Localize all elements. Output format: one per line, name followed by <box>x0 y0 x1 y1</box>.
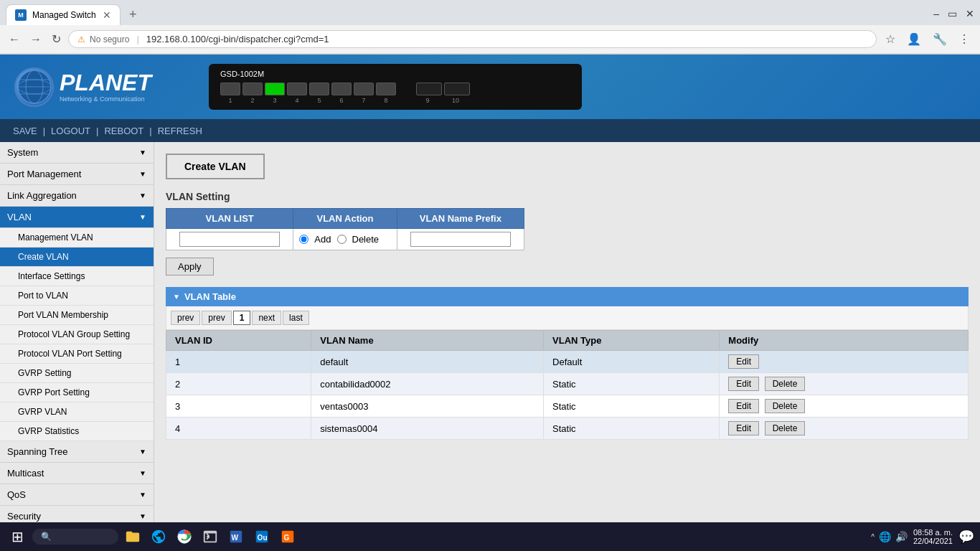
svg-text:G: G <box>284 534 290 542</box>
page-next-button[interactable]: next <box>252 311 281 325</box>
create-vlan-button[interactable]: Create VLAN <box>166 154 265 179</box>
edit-button-4[interactable]: Edit <box>728 421 759 435</box>
vlan-modify-1: Edit <box>720 351 969 373</box>
sidebar-item-link-aggregation[interactable]: Link Aggregation ▼ <box>0 185 154 207</box>
security-arrow-icon: ▼ <box>139 512 146 520</box>
vlan-setting-table: VLAN LIST VLAN Action VLAN Name Prefix <box>166 208 524 250</box>
volume-icon: 🔊 <box>895 531 908 542</box>
sidebar-sub-protocol-vlan-port[interactable]: Protocol VLAN Port Setting <box>0 344 154 364</box>
browser-tab[interactable]: M Managed Switch ✕ <box>6 4 121 25</box>
minimize-button[interactable]: – <box>933 8 939 19</box>
svg-text:W: W <box>232 534 239 542</box>
sidebar-item-qos[interactable]: QoS ▼ <box>0 484 154 506</box>
forward-button[interactable]: → <box>27 30 44 49</box>
refresh-link[interactable]: REFRESH <box>152 126 208 136</box>
vlan-setting-title: VLAN Setting <box>166 191 969 202</box>
taskbar-time: 08:58 a. m. <box>913 528 953 537</box>
vlan-list-input[interactable] <box>179 232 280 247</box>
vlan-type-1: Default <box>544 351 720 373</box>
back-button[interactable]: ← <box>6 30 23 49</box>
sidebar-sub-create-vlan[interactable]: Create VLAN <box>0 248 154 267</box>
table-row: 1 default Default Edit <box>166 351 969 373</box>
new-tab-button[interactable]: + <box>123 4 143 25</box>
main-content: Create VLAN VLAN Setting VLAN LIST VLAN … <box>154 142 980 551</box>
sidebar-label-port-management: Port Management <box>7 169 81 179</box>
sidebar-label-system: System <box>7 147 38 158</box>
refresh-button[interactable]: ↻ <box>49 29 64 49</box>
tray-chevron[interactable]: ^ <box>871 533 875 541</box>
profile-button[interactable]: 👤 <box>903 29 925 49</box>
close-button[interactable]: ✕ <box>966 8 974 19</box>
radio-delete[interactable] <box>337 235 347 244</box>
taskbar-chrome[interactable] <box>173 525 196 548</box>
page-last-button[interactable]: last <box>283 311 309 325</box>
sidebar-item-multicast[interactable]: Multicast ▼ <box>0 463 154 484</box>
sidebar-item-vlan[interactable]: VLAN ▼ <box>0 207 154 228</box>
sidebar-sub-management-vlan[interactable]: Management VLAN <box>0 228 154 248</box>
sidebar-sub-protocol-vlan-group[interactable]: Protocol VLAN Group Setting <box>0 325 154 344</box>
tab-close-button[interactable]: ✕ <box>103 9 111 21</box>
planet-tagline: Networking & Communication <box>60 95 151 103</box>
main-layout: System ▼ Port Management ▼ Link Aggregat… <box>0 142 980 551</box>
page-prev-button[interactable]: prev <box>202 311 231 325</box>
taskbar-right: ^ 🌐 🔊 08:58 a. m. 22/04/2021 💬 <box>871 528 974 545</box>
app-header: PLANET Networking & Communication GSD-10… <box>0 55 980 119</box>
col-vlan-id: VLAN ID <box>166 331 311 351</box>
save-link[interactable]: SAVE <box>7 126 43 136</box>
address-bar[interactable]: ⚠ No seguro | 192.168.0.100/cgi-bin/disp… <box>68 30 877 48</box>
sidebar-label-qos: QoS <box>7 489 26 500</box>
system-arrow-icon: ▼ <box>139 149 146 156</box>
planet-brand-name: PLANET <box>60 71 151 94</box>
apply-button[interactable]: Apply <box>166 258 214 276</box>
taskbar-outlook[interactable]: Ou <box>250 525 273 548</box>
sidebar-sub-interface-settings[interactable]: Interface Settings <box>0 267 154 286</box>
tab-favicon: M <box>15 9 27 21</box>
port-8 <box>376 83 396 95</box>
menu-button[interactable]: ⋮ <box>954 29 974 49</box>
sidebar-sub-port-to-vlan[interactable]: Port to VLAN <box>0 286 154 306</box>
taskbar-terminal[interactable] <box>199 525 222 548</box>
taskbar-file-explorer[interactable] <box>121 525 144 548</box>
edit-button-1[interactable]: Edit <box>728 354 759 369</box>
system-tray: ^ 🌐 🔊 <box>871 531 908 542</box>
vlan-name-prefix-input[interactable] <box>410 232 511 247</box>
vlan-id-4: 4 <box>166 418 311 440</box>
vlan-type-2: Static <box>544 373 720 395</box>
sidebar-item-spanning-tree[interactable]: Spanning Tree ▼ <box>0 441 154 463</box>
reboot-link[interactable]: REBOOT <box>98 126 149 136</box>
taskbar-app5[interactable]: G <box>276 525 299 548</box>
restore-button[interactable]: ▭ <box>948 8 957 19</box>
vlan-action-cell: Add Delete <box>293 229 397 250</box>
delete-button-2[interactable]: Delete <box>765 377 806 391</box>
delete-button-4[interactable]: Delete <box>765 421 806 435</box>
table-row: 3 ventas0003 Static Edit Delete <box>166 395 969 418</box>
delete-button-3[interactable]: Delete <box>765 399 806 413</box>
taskbar-search[interactable] <box>32 529 118 545</box>
sidebar-sub-gvrp-statistics[interactable]: GVRP Statistics <box>0 422 154 441</box>
start-button[interactable]: ⊞ <box>6 525 29 548</box>
sidebar-sub-gvrp-port[interactable]: GVRP Port Setting <box>0 383 154 402</box>
sidebar-item-system[interactable]: System ▼ <box>0 142 154 164</box>
notification-icon[interactable]: 💬 <box>958 529 974 545</box>
taskbar-edge[interactable] <box>147 525 170 548</box>
edit-button-2[interactable]: Edit <box>728 377 759 391</box>
spanning-tree-arrow-icon: ▼ <box>139 448 146 456</box>
taskbar-date: 22/04/2021 <box>913 537 953 545</box>
edit-button-3[interactable]: Edit <box>728 399 759 413</box>
taskbar-word[interactable]: W <box>225 525 248 548</box>
sidebar-item-port-management[interactable]: Port Management ▼ <box>0 164 154 185</box>
sidebar-sub-port-vlan-membership[interactable]: Port VLAN Membership <box>0 306 154 325</box>
bookmark-button[interactable]: ☆ <box>881 29 900 49</box>
port-6 <box>331 83 352 95</box>
radio-add[interactable] <box>299 235 308 244</box>
page-first-button[interactable]: prev <box>171 311 200 325</box>
port-3 <box>265 83 285 95</box>
sidebar-sub-gvrp-setting[interactable]: GVRP Setting <box>0 364 154 383</box>
logout-link[interactable]: LOGOUT <box>45 126 96 136</box>
vlan-id-2: 2 <box>166 373 311 395</box>
radio-delete-label: Delete <box>352 234 380 245</box>
extensions-button[interactable]: 🔧 <box>928 29 951 49</box>
sidebar-sub-gvrp-vlan[interactable]: GVRP VLAN <box>0 402 154 422</box>
page-current-button[interactable]: 1 <box>233 311 251 325</box>
vlan-table-collapse-icon[interactable]: ▼ <box>173 293 180 301</box>
